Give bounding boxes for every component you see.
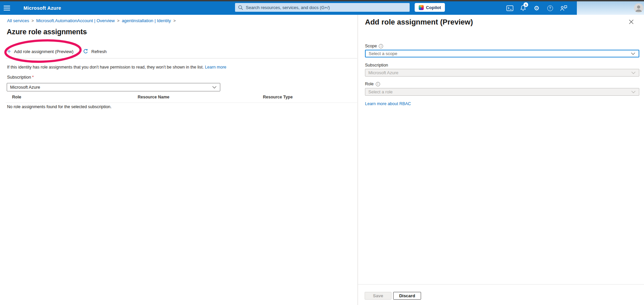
copilot-button[interactable]: Copilot: [415, 3, 445, 12]
discard-button[interactable]: Discard: [393, 292, 421, 300]
panel-title: Add role assignment (Preview): [365, 18, 473, 27]
role-dropdown-placeholder: Select a role: [365, 89, 393, 94]
scope-label-text: Scope: [365, 44, 377, 48]
column-header-role: Role: [12, 95, 21, 99]
learn-more-link[interactable]: Learn more: [205, 65, 226, 70]
table-header-divider: [6, 102, 357, 103]
breadcrumb-separator: >: [115, 18, 122, 23]
help-button[interactable]: ?: [543, 1, 557, 15]
scope-label: Scope i: [365, 44, 383, 48]
role-label: Role i: [365, 82, 380, 86]
breadcrumb-automation-account[interactable]: Microsoft.AutomationAccount | Overview: [36, 18, 115, 23]
add-role-assignment-label: Add role assignment (Preview): [14, 49, 74, 54]
chevron-down-icon: [631, 52, 635, 55]
more-options-button[interactable]: ···: [82, 30, 88, 36]
panel-subscription-label: Subscription: [365, 63, 388, 68]
azure-portal: Microsoft Azure Copilot 5: [0, 0, 644, 305]
breadcrumb-separator: >: [29, 18, 36, 23]
permission-info-text: If this identity has role assignments th…: [7, 65, 226, 70]
close-icon: [629, 19, 634, 24]
subscription-label-text: Subscription: [7, 75, 31, 80]
column-header-resource-name: Resource Name: [138, 95, 170, 99]
global-search: [235, 3, 410, 12]
main-content: All services>Microsoft.AutomationAccount…: [0, 15, 358, 305]
panel-subscription-value: Microsoft Azure: [365, 70, 399, 75]
subscription-dropdown[interactable]: Microsoft Azure: [7, 83, 220, 91]
scope-dropdown[interactable]: Select a scope: [365, 50, 639, 57]
refresh-label: Refresh: [91, 49, 107, 54]
panel-close-button[interactable]: [627, 17, 636, 26]
brand-title[interactable]: Microsoft Azure: [24, 1, 61, 15]
panel-subscription-dropdown: Microsoft Azure: [365, 69, 639, 77]
add-role-assignment-panel: Add role assignment (Preview) Scope i Se…: [358, 15, 644, 305]
chevron-down-icon: [631, 91, 636, 93]
copilot-label: Copilot: [426, 5, 441, 10]
required-asterisk: *: [32, 75, 34, 80]
subscription-dropdown-value: Microsoft Azure: [7, 85, 40, 90]
plus-icon: +: [7, 48, 11, 55]
notification-badge: 5: [523, 2, 528, 7]
cloud-shell-button[interactable]: [503, 1, 516, 15]
search-icon: [238, 5, 243, 10]
notifications-button[interactable]: 5: [516, 1, 530, 15]
empty-table-message: No role assignments found for the select…: [7, 104, 111, 109]
rbac-learn-more-link[interactable]: Learn more about RBAC: [365, 101, 411, 106]
panel-footer-divider: [358, 284, 644, 285]
breadcrumb-identity[interactable]: agentinstallation | Identity: [122, 18, 171, 23]
permission-info-sentence: If this identity has role assignments th…: [7, 65, 204, 70]
add-role-assignment-button[interactable]: + Add role assignment (Preview): [7, 47, 74, 55]
chevron-down-icon: [212, 86, 217, 89]
cloud-shell-icon: [506, 5, 513, 11]
refresh-button[interactable]: Refresh: [83, 47, 107, 55]
chevron-down-icon: [631, 72, 636, 74]
role-info-icon[interactable]: i: [376, 82, 380, 86]
refresh-icon: [83, 49, 88, 54]
portal-menu-button[interactable]: [4, 6, 10, 10]
save-button: Save: [365, 292, 392, 300]
account-avatar[interactable]: [634, 3, 643, 13]
role-label-text: Role: [365, 82, 374, 86]
breadcrumb: All services>Microsoft.AutomationAccount…: [7, 18, 178, 23]
breadcrumb-all-services[interactable]: All services: [7, 18, 29, 23]
avatar-person-icon: [634, 3, 643, 13]
scope-dropdown-placeholder: Select a scope: [366, 51, 397, 56]
page-title: Azure role assignments: [7, 28, 87, 36]
copilot-icon: [419, 5, 424, 10]
toolbar-divider: [6, 58, 357, 58]
gear-icon: ⚙: [534, 5, 539, 11]
feedback-button[interactable]: [557, 1, 570, 15]
feedback-icon: [560, 5, 567, 11]
topbar-icon-group: 5 ⚙ ?: [503, 1, 570, 15]
settings-button[interactable]: ⚙: [530, 1, 543, 15]
role-dropdown: Select a role: [365, 88, 639, 96]
breadcrumb-separator: >: [171, 18, 178, 23]
search-input[interactable]: [246, 5, 407, 10]
help-icon: ?: [547, 5, 553, 11]
subscription-label: Subscription*: [7, 75, 34, 80]
scope-info-icon[interactable]: i: [379, 44, 383, 48]
column-header-resource-type: Resource Type: [263, 95, 293, 99]
panel-subscription-label-text: Subscription: [365, 63, 388, 68]
topbar: Microsoft Azure Copilot 5: [0, 1, 644, 15]
